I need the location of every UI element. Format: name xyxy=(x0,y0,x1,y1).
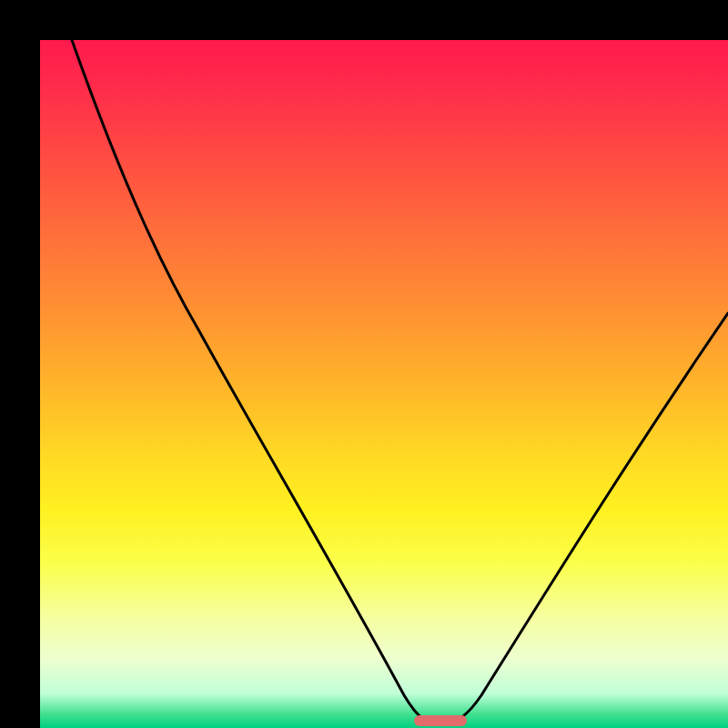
chart-frame xyxy=(0,0,728,728)
bottleneck-curve xyxy=(72,40,728,724)
optimal-marker xyxy=(414,715,467,726)
chart-plot-area xyxy=(40,40,728,728)
chart-curve-svg xyxy=(40,40,728,728)
